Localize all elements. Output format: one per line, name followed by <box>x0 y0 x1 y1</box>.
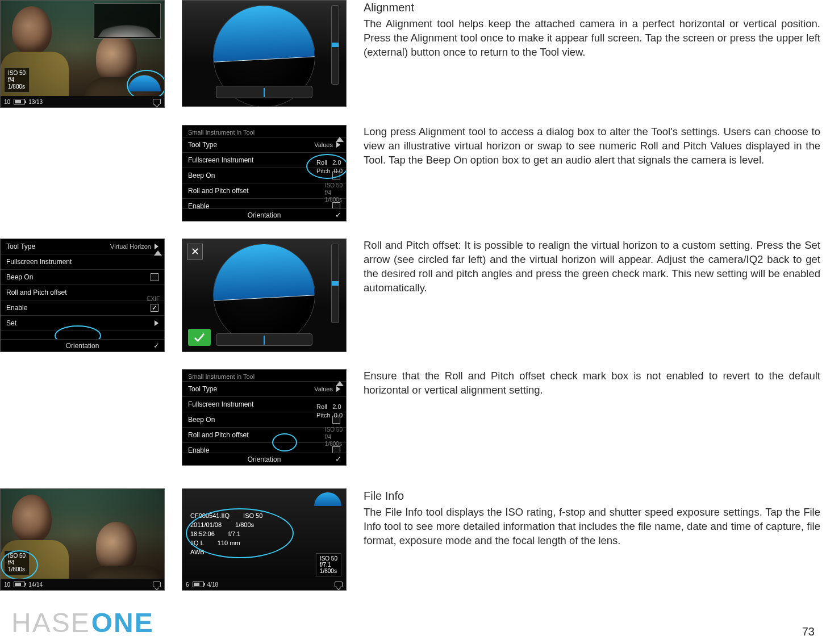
settings-row-fullscreen[interactable]: Fullscreen Instrument <box>1 254 164 270</box>
brand-text-accent: ONE <box>91 607 154 638</box>
ghost-exif-label: EXIF <box>147 296 160 302</box>
iso-value: ISO 50 <box>8 70 26 77</box>
status-bar: 10 13/13 <box>1 96 164 107</box>
page-number: 73 <box>802 625 815 638</box>
chevron-up-icon[interactable] <box>154 250 162 256</box>
orientation-footer-label: Orientation <box>248 211 281 219</box>
settings-row-rp-offset[interactable]: Roll and Pitch offset <box>1 285 164 300</box>
check-icon <box>193 332 206 342</box>
annotation-circle <box>272 433 297 451</box>
battery-icon <box>193 582 204 587</box>
alignment-text-p4: Ensure that the Roll and Pitch offset ch… <box>364 369 820 398</box>
beep-on-label: Beep On <box>188 416 215 424</box>
beep-on-label: Beep On <box>6 273 33 281</box>
settings-row-rp-offset[interactable]: Roll and Pitch offset <box>182 183 346 199</box>
file-info-detail-panel: CF000541.IIQ ISO 50 2011/01/08 1/800s 18… <box>182 488 347 591</box>
alignment-text-p2: Long press Alignment tool to access a di… <box>364 125 820 168</box>
image-counter: 14/14 <box>28 582 43 588</box>
ghost-exposure-readout: ISO 50 f/4 1/800s <box>325 426 343 448</box>
alignment-settings-dialog-enable: Small Instrument in Tool Tool Type Value… <box>182 369 347 466</box>
alignment-tool-preview-thumbnail: ISO 50 f/4 1/800s 10 13/13 <box>0 0 165 108</box>
settings-row-tool-type[interactable]: Tool Type Values <box>182 382 346 397</box>
shutter-value: 1/800s <box>8 83 26 90</box>
settings-scroll-controls[interactable] <box>336 137 344 142</box>
comment-icon <box>153 99 161 104</box>
beep-on-checkbox[interactable] <box>151 273 158 281</box>
aperture-value: f/4 <box>8 77 26 83</box>
confirm-check-icon[interactable]: ✓ <box>153 341 160 350</box>
settings-row-rp-offset[interactable]: Roll and Pitch offset <box>182 428 346 443</box>
image-counter: 4/18 <box>207 582 218 588</box>
chevron-right-icon <box>336 142 340 148</box>
battery-icon <box>14 99 25 104</box>
annotation-circle <box>186 508 294 558</box>
alignment-heading: Alignment <box>364 0 820 15</box>
file-info-heading: File Info <box>364 488 820 503</box>
settings-row-beep-on[interactable]: Beep On <box>1 270 164 285</box>
rp-offset-label: Roll and Pitch offset <box>188 187 249 195</box>
brand-logo: HASEONE <box>11 607 154 638</box>
alignment-set-offset-panel: ✕ <box>182 239 347 352</box>
tool-type-value: Values <box>314 141 333 148</box>
fullscreen-label: Fullscreen Instrument <box>188 156 253 164</box>
confirm-check-icon[interactable]: ✓ <box>335 211 341 219</box>
ghost-exposure-readout: ISO 50 f/4 1/800s <box>325 182 343 204</box>
exposure-readout-box: ISO 50 f/4 1/800s <box>4 68 30 93</box>
file-info-preview-thumbnail: ISO 50 f/4 1/800s 10 14/14 <box>0 488 165 591</box>
horizontal-level-scale <box>216 333 312 346</box>
settings-section-label: Small Instrument in Tool <box>182 126 346 137</box>
annotation-circle <box>306 154 347 179</box>
fullscreen-label: Fullscreen Instrument <box>188 400 253 408</box>
brand-text-left: HASE <box>11 607 90 638</box>
settings-scroll-controls[interactable] <box>154 250 162 256</box>
alignment-settings-dialog-values: Small Instrument in Tool Tool Type Value… <box>182 125 347 221</box>
shutter-value: 1/800s <box>320 568 337 574</box>
settings-row-tool-type[interactable]: Tool Type Values <box>182 137 346 153</box>
comment-icon <box>153 582 161 587</box>
horizontal-level-scale <box>216 86 312 98</box>
storage-indicator: 10 <box>4 99 10 105</box>
storage-indicator: 6 <box>186 582 189 588</box>
virtual-horizon-globe <box>213 244 315 346</box>
alignment-settings-dialog-vh: Tool Type Virtual Horizon Fullscreen Ins… <box>0 239 165 352</box>
settings-row-tool-type[interactable]: Tool Type Virtual Horizon <box>1 239 164 254</box>
rp-offset-label: Roll and Pitch offset <box>188 431 249 439</box>
vertical-level-strip <box>331 244 339 323</box>
set-label: Set <box>6 319 16 327</box>
roll-pitch-readout: Roll 2.0 Pitch 0.0 <box>316 403 343 420</box>
enable-label: Enable <box>6 304 27 312</box>
image-counter: 13/13 <box>28 99 43 105</box>
settings-scroll-controls[interactable] <box>336 381 344 386</box>
histogram-overlay <box>94 3 161 39</box>
storage-indicator: 10 <box>4 582 10 588</box>
enable-checkbox[interactable]: ✓ <box>151 304 158 312</box>
status-bar: 10 14/14 <box>1 579 164 590</box>
chevron-up-icon[interactable] <box>336 381 344 386</box>
comment-icon <box>335 582 343 587</box>
annotation-circle <box>1 550 38 580</box>
tool-type-label: Tool Type <box>188 385 217 393</box>
tool-type-value: Virtual Horizon <box>110 243 151 250</box>
file-info-text: The File Info tool displays the ISO rati… <box>364 505 820 548</box>
close-button[interactable]: ✕ <box>187 244 203 260</box>
settings-row-enable[interactable]: Enable ✓ <box>1 300 164 316</box>
status-bar: 6 4/18 <box>182 579 346 590</box>
orientation-footer-label: Orientation <box>248 455 281 463</box>
chevron-right-icon <box>336 386 340 392</box>
alignment-text-p1: The Alignment tool helps keep the attach… <box>364 17 820 60</box>
battery-icon <box>14 582 25 587</box>
tool-type-value: Values <box>314 386 333 392</box>
chevron-up-icon[interactable] <box>336 137 344 142</box>
orientation-footer-label: Orientation <box>66 342 99 350</box>
fullscreen-label: Fullscreen Instrument <box>6 258 72 266</box>
exposure-readout-box: ISO 50 f/7.1 1/800s <box>316 553 341 576</box>
settings-section-label: Small Instrument in Tool <box>182 370 346 382</box>
chevron-right-icon <box>155 320 158 326</box>
chevron-right-icon <box>155 244 158 249</box>
alignment-fullscreen-panel <box>182 0 347 107</box>
confirm-check-icon[interactable]: ✓ <box>335 455 341 463</box>
rp-offset-label: Roll and Pitch offset <box>6 288 67 296</box>
tool-type-label: Tool Type <box>6 242 35 250</box>
aperture-value: f/7.1 <box>320 562 337 568</box>
confirm-offset-button[interactable] <box>188 329 211 346</box>
